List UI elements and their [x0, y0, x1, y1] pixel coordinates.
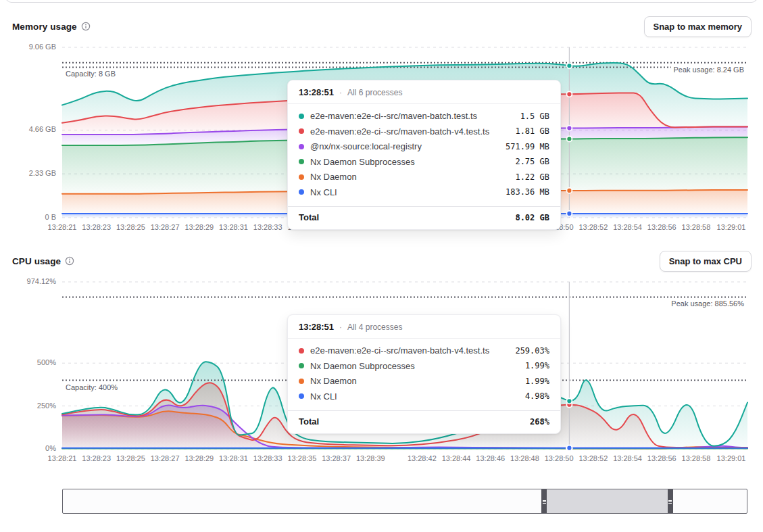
- info-icon[interactable]: [65, 256, 74, 266]
- series-color-dot: [299, 189, 304, 195]
- process-value: 259.03%: [515, 346, 549, 356]
- series-color-dot: [299, 144, 304, 149]
- series-color-dot: [299, 379, 304, 384]
- series-color-dot: [299, 128, 304, 134]
- info-icon[interactable]: [81, 22, 91, 31]
- tooltip-header: 13:28:51 · All 4 processes: [288, 315, 560, 339]
- x-axis-label: 13:28:58: [682, 454, 711, 462]
- process-value: 4.98%: [525, 391, 549, 401]
- cpu-section-header: CPU usage Snap to max CPU: [12, 251, 752, 271]
- tooltip-separator: ·: [339, 88, 342, 97]
- x-axis-label: 13:28:25: [116, 223, 145, 231]
- process-value: 1.99%: [525, 361, 549, 370]
- x-axis-label: 13:28:23: [82, 223, 111, 231]
- tooltip-row: e2e-maven:e2e-ci--src/maven-batch-v4.tes…: [299, 345, 549, 356]
- tooltip-row: Nx Daemon Subprocesses2.75 GB: [299, 157, 549, 167]
- x-axis-label: 13:28:31: [219, 454, 248, 462]
- y-axis-label: 500%: [37, 358, 56, 366]
- process-value: 183.36 MB: [506, 187, 549, 197]
- tooltip-row: e2e-maven:e2e-ci--src/maven-batch-v4.tes…: [299, 126, 549, 137]
- tooltip-header: 13:28:51 · All 6 processes: [288, 80, 560, 104]
- process-value: 1.81 GB: [515, 126, 549, 136]
- y-axis-label: 0 B: [45, 213, 56, 221]
- process-name: Nx Daemon: [310, 376, 525, 386]
- tooltip-row: Nx CLI4.98%: [299, 391, 549, 402]
- x-axis-label: 13:28:37: [322, 454, 351, 462]
- x-axis-label: 13:28:44: [442, 454, 471, 462]
- x-axis-label: 13:28:42: [408, 454, 437, 462]
- tooltip-row: @nx/nx-source:local-registry571.99 MB: [299, 141, 549, 151]
- tooltip-rows: e2e-maven:e2e-ci--src/maven-batch-v4.tes…: [288, 339, 560, 409]
- cpu-capacity-label: Capacity: 400%: [66, 383, 118, 391]
- brush-handle-left[interactable]: [541, 489, 547, 513]
- snap-to-max-cpu-button[interactable]: Snap to max CPU: [660, 251, 752, 272]
- x-axis-label: 13:28:29: [184, 454, 214, 462]
- process-value: 2.75 GB: [515, 157, 549, 166]
- y-axis-label: 250%: [37, 402, 56, 410]
- header-card-bottom-edge: [5, 0, 758, 3]
- x-axis-label: 13:28:21: [48, 454, 77, 462]
- memory-usage-title: Memory usage: [12, 22, 77, 32]
- series-color-dot: [299, 114, 304, 119]
- memory-chart-tooltip: 13:28:51 · All 6 processes e2e-maven:e2e…: [287, 80, 561, 230]
- tooltip-total-row: Total 268%: [288, 410, 560, 433]
- x-axis-label: 13:28:50: [545, 454, 574, 462]
- tooltip-row: Nx Daemon1.99%: [299, 376, 549, 386]
- tooltip-subtitle: All 6 processes: [347, 88, 402, 97]
- series-color-dot: [299, 174, 304, 180]
- tooltip-row: e2e-maven:e2e-ci--src/maven-batch.test.t…: [299, 111, 549, 121]
- tooltip-total-label: Total: [299, 416, 319, 427]
- brush-handle-right[interactable]: [668, 489, 673, 513]
- tooltip-time: 13:28:51: [299, 87, 334, 97]
- tooltip-separator: ·: [339, 322, 342, 332]
- process-name: Nx CLI: [310, 187, 506, 197]
- x-axis-label: 13:28:23: [82, 454, 111, 462]
- x-axis-label: 13:28:27: [151, 223, 180, 231]
- y-axis-label: 974.12%: [27, 277, 56, 285]
- series-color-dot: [299, 159, 304, 164]
- x-axis-label: 13:28:31: [219, 223, 248, 231]
- x-axis-label: 13:28:39: [356, 454, 385, 462]
- series-color-dot: [299, 348, 304, 354]
- process-value: 1.5 GB: [520, 112, 549, 121]
- memory-section-header: Memory usage Snap to max memory: [12, 16, 752, 37]
- tooltip-row: Nx CLI183.36 MB: [299, 187, 549, 197]
- tooltip-total-value: 268%: [530, 417, 549, 427]
- tooltip-subtitle: All 4 processes: [347, 322, 402, 332]
- x-axis-label: 13:28:52: [579, 223, 608, 231]
- process-name: e2e-maven:e2e-ci--src/maven-batch-v4.tes…: [310, 126, 515, 137]
- x-axis-label: 13:28:33: [253, 454, 282, 462]
- x-axis-label: 13:28:56: [647, 223, 676, 231]
- cpu-usage-title: CPU usage: [12, 256, 61, 266]
- x-axis-label: 13:28:56: [647, 454, 676, 462]
- snap-to-max-memory-button[interactable]: Snap to max memory: [644, 16, 752, 37]
- x-axis-label: 13:28:54: [613, 454, 642, 462]
- cpu-usage-chart[interactable]: Capacity: 400% Peak usage: 885.56% 13:28…: [62, 282, 747, 449]
- brush-selection[interactable]: [541, 489, 672, 513]
- timeline-brush[interactable]: [62, 489, 747, 514]
- y-axis-label: 0%: [45, 444, 56, 452]
- y-axis-label: 9.06 GB: [29, 43, 56, 51]
- x-axis-label: 13:28:29: [184, 223, 214, 231]
- memory-capacity-label: Capacity: 8 GB: [66, 70, 116, 78]
- tooltip-total-value: 8.02 GB: [515, 213, 549, 222]
- process-value: 1.22 GB: [515, 172, 549, 182]
- cpu-chart-tooltip: 13:28:51 · All 4 processes e2e-maven:e2e…: [287, 314, 561, 434]
- tooltip-total-label: Total: [299, 212, 319, 222]
- process-name: e2e-maven:e2e-ci--src/maven-batch.test.t…: [310, 111, 520, 121]
- process-name: e2e-maven:e2e-ci--src/maven-batch-v4.tes…: [310, 345, 515, 356]
- x-axis-label: 13:28:25: [116, 454, 145, 462]
- process-name: Nx Daemon Subprocesses: [310, 157, 515, 167]
- process-name: @nx/nx-source:local-registry: [310, 141, 506, 151]
- x-axis-label: 13:29:01: [717, 454, 746, 462]
- x-axis-label: 13:28:52: [579, 454, 608, 462]
- x-axis-label: 13:28:33: [253, 223, 282, 231]
- tooltip-row: Nx Daemon1.22 GB: [299, 172, 549, 182]
- memory-usage-chart[interactable]: Capacity: 8 GB Peak usage: 8.24 GB 13:28…: [62, 47, 747, 218]
- x-axis-label: 13:28:35: [287, 454, 316, 462]
- x-axis-label: 13:29:01: [717, 223, 746, 231]
- y-axis-label: 2.33 GB: [29, 169, 56, 177]
- x-axis-label: 13:28:48: [510, 454, 539, 462]
- x-axis-label: 13:28:46: [476, 454, 505, 462]
- process-resource-usage-page: Memory usage Snap to max memory Capacity…: [0, 0, 763, 532]
